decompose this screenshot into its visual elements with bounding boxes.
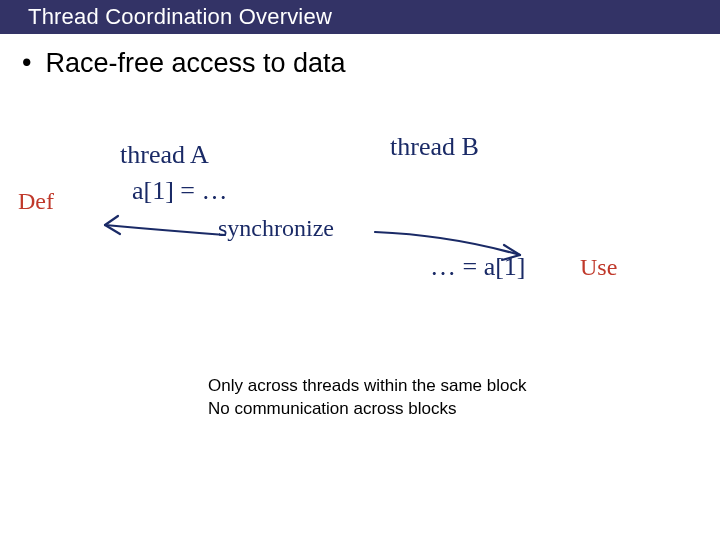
arrow-left-icon (90, 210, 230, 250)
hand-thread-b-label: thread B (390, 132, 479, 162)
hand-synchronize-label: synchronize (218, 215, 334, 242)
hand-thread-b-code: … = a[1] (430, 252, 526, 282)
hand-def-label: Def (18, 188, 54, 215)
bullet-dot-icon: • (22, 48, 31, 78)
bullet-row: • Race-free access to data (0, 34, 720, 79)
footer-note: Only across threads within the same bloc… (208, 375, 526, 421)
hand-use-label: Use (580, 254, 617, 281)
slide-root: Thread Coordination Overview • Race-free… (0, 0, 720, 540)
footer-line-1: Only across threads within the same bloc… (208, 375, 526, 398)
slide-title: Thread Coordination Overview (28, 4, 332, 29)
hand-thread-a-code: a[1] = … (132, 176, 228, 206)
slide-title-bar: Thread Coordination Overview (0, 0, 720, 34)
handwriting-area: thread A a[1] = … Def synchronize thread… (0, 140, 720, 340)
hand-thread-a-label: thread A (120, 140, 209, 170)
bullet-text: Race-free access to data (45, 48, 345, 79)
footer-line-2: No communication across blocks (208, 398, 526, 421)
